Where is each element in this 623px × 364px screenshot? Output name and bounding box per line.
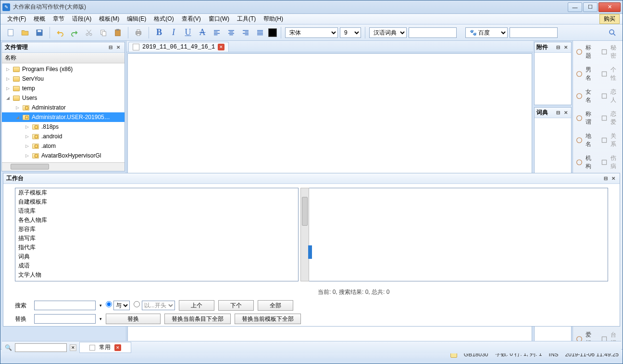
document-tab[interactable]: 2019_11_06_11_49_16_1 ✕: [128, 42, 229, 52]
font-color-picker[interactable]: [268, 28, 277, 37]
bottom-search-input[interactable]: [15, 343, 67, 352]
print-button[interactable]: [132, 26, 145, 39]
tree-row[interactable]: ▷AvatarBoxHypervisorGl: [2, 151, 125, 160]
cut-button[interactable]: [83, 26, 95, 39]
align-center-button[interactable]: [225, 26, 237, 39]
sidebar-item[interactable]: 秘密: [598, 41, 623, 63]
and-radio[interactable]: 与: [106, 301, 130, 310]
search-engine-select[interactable]: 🐾 百度: [465, 27, 508, 38]
menu-item[interactable]: 模板(M): [95, 14, 123, 24]
menu-item[interactable]: 编辑(E): [123, 14, 150, 24]
tab-close-icon[interactable]: ✕: [218, 44, 224, 50]
maximize-button[interactable]: ☐: [583, 2, 598, 12]
list-item[interactable]: 指代库: [15, 243, 298, 252]
list-item[interactable]: 圣经金句: [15, 279, 298, 281]
panel-close-icon[interactable]: ✕: [115, 44, 122, 51]
startswith-radio[interactable]: 以...开头: [134, 301, 174, 310]
align-left-button[interactable]: [211, 26, 223, 39]
tree-row[interactable]: ▷ServYou: [2, 74, 125, 84]
list-item[interactable]: 各色人物库: [15, 216, 298, 225]
panel-float-icon[interactable]: ⊟: [555, 109, 561, 116]
list-item[interactable]: 描写库: [15, 234, 298, 243]
panel-float-icon[interactable]: ⊟: [555, 44, 561, 51]
panel-close-icon[interactable]: ✕: [562, 44, 569, 51]
replace-current-all-button[interactable]: 替换当前条目下全部: [164, 314, 231, 324]
open-file-button[interactable]: [19, 26, 31, 39]
copy-button[interactable]: [97, 26, 110, 39]
bold-button[interactable]: B: [153, 26, 165, 39]
replace-input[interactable]: [34, 314, 96, 324]
align-justify-button[interactable]: [254, 26, 266, 39]
menu-item[interactable]: 文件(F): [3, 14, 30, 24]
tree-row[interactable]: ▷temp: [2, 84, 125, 93]
menu-item[interactable]: 梗概: [30, 14, 49, 24]
sidebar-item[interactable]: 伤病: [598, 151, 623, 173]
menu-item[interactable]: 窗口(W): [205, 14, 233, 24]
panel-close-icon[interactable]: ✕: [610, 175, 617, 182]
menu-item[interactable]: 章节: [49, 14, 68, 24]
all-button[interactable]: 全部: [258, 300, 293, 311]
menu-item[interactable]: 查看(V): [178, 14, 205, 24]
save-button[interactable]: [33, 26, 46, 39]
paste-button[interactable]: [112, 26, 124, 39]
dict-search-input[interactable]: [409, 27, 457, 38]
list-item[interactable]: 成语: [15, 261, 298, 270]
minimize-button[interactable]: —: [568, 2, 582, 12]
panel-close-icon[interactable]: ✕: [562, 109, 569, 116]
replace-button[interactable]: 替换: [106, 314, 161, 324]
tree-row[interactable]: ▷.818ps: [2, 122, 125, 132]
italic-button[interactable]: I: [167, 26, 180, 39]
new-file-button[interactable]: [4, 26, 17, 39]
menu-item[interactable]: 语段(A): [68, 14, 95, 24]
sidebar-item-male[interactable]: 男名: [573, 63, 598, 85]
common-tab[interactable]: 常用 ✕: [79, 342, 131, 353]
attachment-body[interactable]: [535, 53, 571, 105]
search-icon[interactable]: [606, 26, 619, 39]
sidebar-item[interactable]: 恋人: [598, 85, 623, 107]
list-item[interactable]: 原子模板库: [15, 188, 298, 197]
undo-button[interactable]: [54, 26, 66, 39]
panel-float-icon[interactable]: ⊟: [107, 44, 114, 51]
redo-button[interactable]: [68, 26, 81, 39]
sidebar-item-female[interactable]: 女名: [573, 85, 598, 107]
clear-search-button[interactable]: ✕: [70, 344, 76, 351]
sidebar-item-org[interactable]: 机构: [573, 151, 598, 173]
web-search-input[interactable]: [510, 27, 558, 38]
list-item[interactable]: 文学人物: [15, 270, 298, 279]
list-scrollbar[interactable]: [300, 188, 309, 281]
tree-row[interactable]: ◢Administrator.USER-201905…: [2, 112, 125, 122]
file-tree[interactable]: ▷Program Files (x86)▷ServYou▷temp◢Users▷…: [2, 63, 125, 161]
startswith-select[interactable]: 以...开头: [142, 301, 175, 310]
file-tree-hscroll[interactable]: [2, 162, 125, 171]
workbench-list[interactable]: 原子模板库自建模板库语境库各色人物库形容库描写库指代库词典成语文学人物圣经金句诺…: [15, 188, 299, 281]
sidebar-item-tag[interactable]: 称谓: [573, 107, 598, 129]
close-button[interactable]: ✕: [598, 2, 621, 12]
strike-button[interactable]: A: [196, 26, 209, 39]
tree-row[interactable]: ◢Users: [2, 93, 125, 103]
list-item[interactable]: 词典: [15, 252, 298, 261]
sidebar-item[interactable]: 个性: [598, 63, 623, 85]
and-select[interactable]: 与: [113, 301, 130, 310]
menu-item[interactable]: 工具(T): [233, 14, 260, 24]
file-col-header[interactable]: 名称: [2, 53, 125, 63]
buy-button[interactable]: 购买: [599, 14, 620, 24]
splitter-handle[interactable]: [308, 245, 312, 259]
sidebar-item[interactable]: 恋爱: [598, 107, 623, 129]
next-button[interactable]: 下个: [218, 300, 254, 311]
font-select[interactable]: 宋体: [285, 27, 338, 38]
list-item[interactable]: 自建模板库: [15, 197, 298, 206]
menu-item[interactable]: 格式(O): [150, 14, 177, 24]
underline-button[interactable]: U: [182, 26, 194, 39]
fontsize-select[interactable]: 9: [340, 27, 361, 38]
prev-button[interactable]: 上个: [179, 300, 214, 311]
tree-row[interactable]: ▷.android: [2, 132, 125, 141]
replace-template-all-button[interactable]: 替换当前模板下全部: [235, 314, 301, 324]
list-item[interactable]: 语境库: [15, 206, 298, 216]
sidebar-item[interactable]: 关系: [598, 129, 623, 151]
tab-close-icon[interactable]: ✕: [114, 344, 121, 351]
workbench-preview[interactable]: [304, 188, 608, 281]
tree-row[interactable]: ▷Program Files (x86): [2, 64, 125, 74]
sidebar-item-place[interactable]: 地名: [573, 129, 598, 151]
align-right-button[interactable]: [239, 26, 252, 39]
sidebar-item-title[interactable]: 标题: [573, 41, 598, 63]
